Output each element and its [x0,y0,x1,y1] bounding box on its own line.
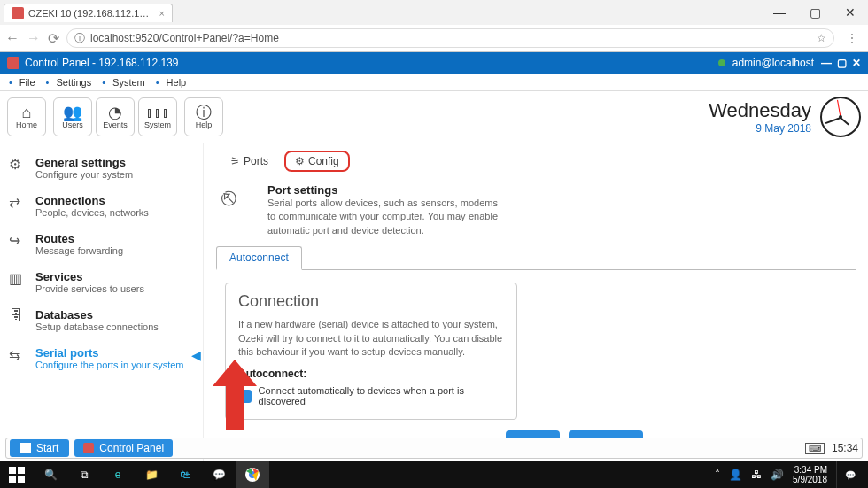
home-icon: ⌂ [22,105,32,120]
analog-clock-icon [820,97,861,137]
bookmark-icon[interactable]: ☆ [817,32,826,44]
url-input[interactable]: ⓘ localhost:9520/Control+Panel/?a=Home ☆ [66,28,834,48]
sidebar-item-general[interactable]: ⚙ General settingsConfigure your system [4,149,199,187]
status-dot-icon [718,59,725,66]
home-button[interactable]: ⌂Home [7,97,46,136]
plug-icon: ⚞ [230,155,240,167]
services-icon: ▥ [9,270,27,287]
main-tabs: ⚞Ports ⚙Config [221,151,856,174]
tab-config[interactable]: ⚙Config [284,151,350,172]
sidebar-item-services[interactable]: ▥ ServicesProvide services to users [4,263,199,301]
tab-close-icon[interactable]: × [159,8,164,19]
sub-tabs: Autoconnect [216,246,856,270]
app-clock: 15:34 [832,442,858,454]
sidebar-item-databases[interactable]: 🗄 DatabasesSetup database connections [4,301,199,339]
windows-taskbar: 🔍 ⧉ e 📁 🛍 💬 ˄ 👤 🖧 🔊 3:34 PM 5/9/2018 💬 [0,461,868,488]
network-icon[interactable]: 🖧 [751,469,762,481]
app-header: Control Panel - 192.168.112.139 admin@lo… [0,52,868,74]
search-button[interactable]: 🔍 [34,461,67,488]
menu-file[interactable]: File [19,77,35,88]
app-close-button[interactable]: ✕ [852,57,861,69]
chat-button[interactable]: 💬 [202,461,236,488]
tray-up-icon[interactable]: ˄ [715,469,720,481]
browser-chrome: OZEKI 10 (192.168.112.1… × — ▢ ✕ ← → ⟳ ⓘ… [0,0,868,52]
svg-rect-4 [18,476,25,483]
start-button[interactable]: Start [10,439,69,457]
window-controls: — ▢ ✕ [762,0,868,25]
menu-bar: •File •Settings •System •Help [0,74,868,91]
active-arrow-icon: ◀ [191,348,201,362]
close-button[interactable]: ✕ [833,0,868,25]
minimize-button[interactable]: — [762,0,797,25]
help-button[interactable]: ⓘHelp [184,97,223,136]
app-title: Control Panel - 192.168.112.139 [25,57,178,69]
keyboard-icon[interactable]: ⌨ [805,443,825,454]
events-icon: ◔ [108,105,122,120]
browser-tab-bar: OZEKI 10 (192.168.112.1… × — ▢ ✕ [0,0,868,25]
favicon-icon [12,7,24,19]
people-icon[interactable]: 👤 [729,469,742,481]
svg-rect-3 [9,476,16,483]
port-settings-info: ⎋ Port settings Serial ports allow devic… [221,183,850,237]
info-icon: ⓘ [196,105,212,120]
toolbar: ⌂Home 👥Users ◔Events ⫾⫾⫾System ⓘHelp Wed… [0,91,868,143]
usb-icon: ⎋ [221,183,257,237]
volume-icon[interactable]: 🔊 [771,469,784,481]
events-button[interactable]: ◔Events [96,97,135,136]
store-button[interactable]: 🛍 [168,461,202,488]
app-bottom-bar: Start Control Panel ⌨ 15:34 [5,438,863,459]
sidebar-item-routes[interactable]: ↪ RoutesMessage forwarding [4,225,199,263]
port-settings-heading: Port settings [267,183,498,197]
date-text: 9 May 2018 [709,122,811,135]
app-logo-icon [7,57,19,69]
panel-desc: If a new hardware (serial) device is att… [238,318,504,359]
sidebar-item-serial-ports[interactable]: ⇆ Serial portsConfigure the ports in you… [4,339,199,377]
autoconnect-label: Autoconnect: [238,368,504,380]
day-of-week: Wednesday [709,99,811,122]
task-view-button[interactable]: ⧉ [67,461,101,488]
svg-rect-1 [9,467,16,474]
svg-marker-0 [213,360,257,430]
cp-icon [83,443,94,453]
notifications-button[interactable]: 💬 [836,461,863,488]
menu-system[interactable]: System [112,77,145,88]
svg-rect-2 [18,467,25,474]
windows-start-button[interactable] [0,461,34,488]
user-label[interactable]: admin@localhost [732,57,814,69]
forward-button[interactable]: → [27,30,41,46]
sidebar-item-connections[interactable]: ⇄ ConnectionsPeople, devices, networks [4,187,199,225]
task-control-panel[interactable]: Control Panel [74,439,173,457]
port-settings-desc: Serial ports allow devices, such as sens… [267,197,498,237]
menu-help[interactable]: Help [167,77,187,88]
app-maximize-button[interactable]: ▢ [837,57,847,69]
connection-panel: Connection If a new hardware (serial) de… [225,283,517,420]
reload-button[interactable]: ⟳ [48,30,59,47]
url-text: localhost:9520/Control+Panel/?a=Home [90,32,279,44]
back-button[interactable]: ← [5,30,19,46]
browser-tab[interactable]: OZEKI 10 (192.168.112.1… × [4,4,173,22]
tab-ports[interactable]: ⚞Ports [221,151,277,172]
checkbox-label: Connect automatically to devices when a … [259,385,504,407]
users-button[interactable]: 👥Users [53,97,92,136]
connections-icon: ⇄ [9,194,27,211]
tray-clock[interactable]: 3:34 PM 5/9/2018 [793,465,827,484]
app-minimize-button[interactable]: — [821,57,832,69]
chrome-button[interactable] [236,461,269,488]
maximize-button[interactable]: ▢ [797,0,833,25]
system-button[interactable]: ⫾⫾⫾System [138,97,177,136]
edge-button[interactable]: e [101,461,135,488]
serial-icon: ⇆ [9,346,27,363]
site-info-icon[interactable]: ⓘ [74,31,85,46]
tab-title: OZEKI 10 (192.168.112.1… [28,8,149,19]
address-bar: ← → ⟳ ⓘ localhost:9520/Control+Panel/?a=… [0,25,868,51]
database-icon: 🗄 [9,308,27,324]
system-tray: ˄ 👤 🖧 🔊 3:34 PM 5/9/2018 💬 [715,461,868,488]
menu-settings[interactable]: Settings [56,77,91,88]
main-panel: ⚞Ports ⚙Config ⎋ Port settings Serial po… [204,143,868,476]
app-body: ⚙ General settingsConfigure your system … [0,143,868,476]
subtab-autoconnect[interactable]: Autoconnect [216,246,302,270]
browser-menu-icon[interactable]: ⋮ [841,32,863,44]
stats-icon: ⫾⫾⫾ [146,105,170,120]
explorer-button[interactable]: 📁 [135,461,168,488]
routes-icon: ↪ [9,232,27,249]
